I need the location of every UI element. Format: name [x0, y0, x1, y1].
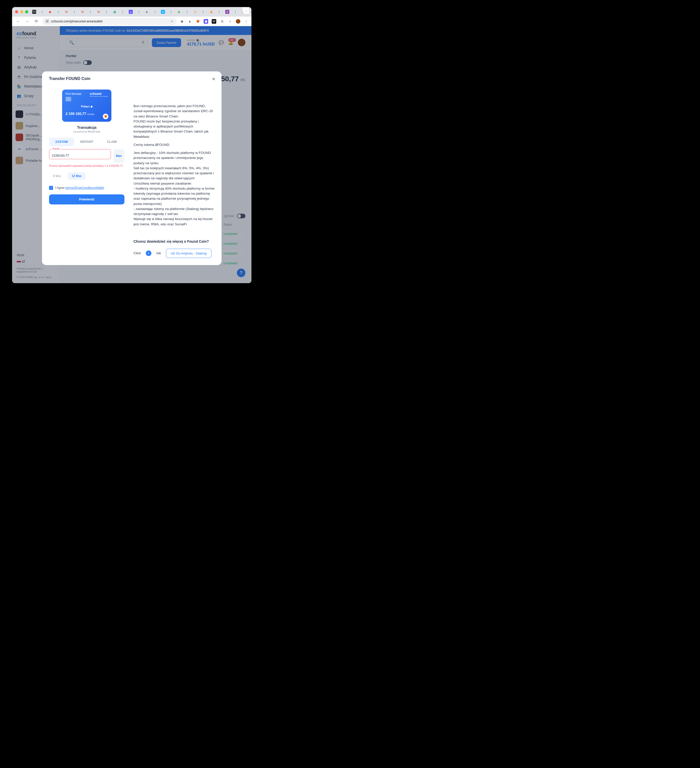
window-minimize[interactable] — [20, 10, 23, 13]
window-close[interactable] — [15, 10, 18, 13]
back-button[interactable]: ← — [15, 18, 21, 24]
ext-icon[interactable]: W — [212, 19, 216, 24]
ext-icon[interactable]: ♫ — [228, 19, 232, 24]
extensions-icon[interactable]: ⧉ — [220, 19, 224, 24]
wallet-card[interactable]: Piotr Michalak ccfoundThe Future is abou… — [62, 90, 111, 122]
amount-input[interactable] — [49, 149, 111, 159]
max-button[interactable]: Max — [113, 149, 125, 163]
tab-claim[interactable]: CLAIM — [99, 138, 125, 146]
checkbox-checked[interactable]: ✓ — [49, 186, 53, 190]
chip-icon — [66, 97, 71, 101]
terms-link[interactable]: termsOfUseConditionsWallet — [66, 186, 104, 190]
site-info-icon[interactable]: ⇄ — [45, 19, 49, 23]
agree-row[interactable]: ✓ I Agree termsOfUseConditionsWallet — [49, 186, 125, 190]
profile-icon[interactable] — [236, 19, 240, 24]
ext-icon[interactable]: ◉ — [179, 19, 184, 24]
transfer-modal: Transfer FOUND Coin ✕ Piotr Michalak ccf… — [42, 71, 222, 265]
transaction-sub: za pomocą Metamask — [49, 130, 125, 133]
click-text: Click — [134, 251, 141, 256]
menu-icon[interactable]: ⋮ — [244, 19, 248, 24]
metamask-icon[interactable]: 🦊 — [196, 19, 200, 24]
transaction-title: Transakcja — [49, 125, 125, 130]
tab-icons: TV| ▶| M| M| M| ▦| ◎| ◉| V| ◉| U| ▦| S| … — [32, 10, 251, 14]
reload-button[interactable]: ⟳ — [33, 18, 39, 24]
modal-description: Bon różnego przeznaczenia, jakim jest FO… — [134, 77, 214, 258]
error-message: Proszę wprowadzić poprawną kwotę pomiędz… — [49, 164, 125, 168]
tab-deposit[interactable]: DEPOSIT — [74, 138, 99, 146]
forward-button[interactable]: → — [24, 18, 30, 24]
duration-12m[interactable]: 12 Msc — [68, 172, 86, 180]
modal-title: Transfer FOUND Coin — [49, 77, 90, 81]
address-bar-row: ← → ⟳ ⇄ ccfound.com/pl/secured-area/wall… — [12, 17, 251, 26]
extensions-dropdown[interactable]: ⌵ — [242, 7, 249, 14]
more-title: Chcesz dowiedzieć się więcej o Found Coi… — [134, 239, 214, 244]
modal-overlay[interactable]: Transfer FOUND Coin ✕ Piotr Michalak ccf… — [12, 26, 251, 283]
kwota-label: Kwota — [51, 147, 61, 150]
ext-icon[interactable]: ▲ — [188, 19, 192, 24]
go-article-button[interactable]: Idź Do Artykułu - Staking — [166, 249, 211, 258]
browser-tab-strip: TV| ▶| M| M| M| ▦| ◎| ◉| V| ◉| U| ▦| S| … — [12, 7, 251, 17]
tab-zastaw[interactable]: ZASTAW — [49, 138, 74, 146]
info-icon[interactable]: i — [146, 250, 151, 256]
or-text: lub — [157, 251, 161, 256]
close-icon[interactable]: ✕ — [211, 76, 216, 82]
bookmark-icon[interactable]: ☆ — [171, 19, 174, 23]
ext-icon[interactable]: ◼ — [204, 19, 208, 24]
duration-6m[interactable]: 6 Msc — [49, 172, 65, 180]
url-text: ccfound.com/pl/secured-area/wallet — [51, 19, 102, 23]
window-maximize[interactable] — [25, 10, 28, 13]
metamask-icon: 🦊 — [103, 114, 109, 119]
confirm-button[interactable]: Potwierdź — [49, 194, 125, 205]
address-bar[interactable]: ⇄ ccfound.com/pl/secured-area/wallet ☆ — [42, 18, 176, 25]
